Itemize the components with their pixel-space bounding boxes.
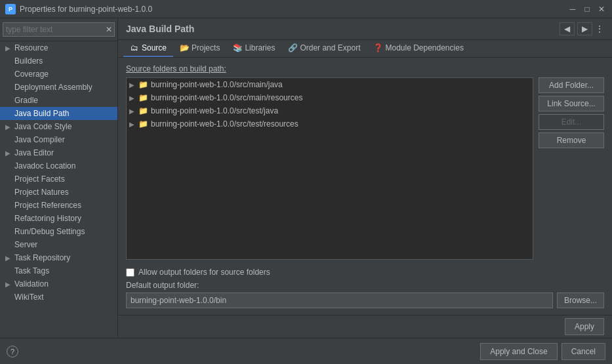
cancel-button[interactable]: Cancel [561, 343, 605, 360]
sidebar: ✕ ▶ Resource Builders Coverage Deploymen… [0, 18, 118, 338]
chevron-right-icon: ▶ [129, 94, 138, 102]
libraries-tab-icon: 📚 [233, 43, 242, 52]
content-area: Java Build Path ◀ ▶ ⋮ 🗂 Source 📂 Project… [118, 18, 612, 338]
sidebar-item-java-code-style[interactable]: ▶ Java Code Style [0, 120, 117, 133]
source-folder-row[interactable]: ▶ 📁 burning-point-web-1.0.0/src/main/res… [127, 91, 533, 104]
remove-button[interactable]: Remove [539, 132, 604, 148]
add-folder-button[interactable]: Add Folder... [539, 77, 604, 93]
sidebar-item-java-compiler[interactable]: Java Compiler [0, 133, 117, 146]
sidebar-item-task-tags[interactable]: Task Tags [0, 264, 117, 277]
tab-label: Libraries [245, 43, 275, 52]
sidebar-item-label: Server [14, 240, 115, 249]
sidebar-item-label: Validation [14, 279, 115, 289]
source-folder-row[interactable]: ▶ 📁 burning-point-web-1.0.0/src/test/res… [127, 117, 533, 131]
sidebar-item-label: Project Natures [14, 188, 115, 197]
tab-module-dependencies[interactable]: ❓ Module Dependencies [367, 40, 470, 57]
source-path-text: burning-point-web-1.0.0/src/test/java [151, 106, 278, 115]
edit-button[interactable]: Edit... [539, 114, 604, 130]
tab-label: Module Dependencies [385, 43, 463, 52]
folder-icon: 📁 [138, 93, 148, 102]
chevron-right-icon: ▶ [129, 81, 138, 89]
order-tab-icon: 🔗 [288, 43, 297, 52]
tab-projects[interactable]: 📂 Projects [173, 40, 226, 57]
sidebar-item-java-editor[interactable]: ▶ Java Editor [0, 146, 117, 159]
window-title: Properties for burning-point-web-1.0.0 [20, 5, 567, 14]
sidebar-item-gradle[interactable]: Gradle [0, 94, 117, 107]
sidebar-item-project-references[interactable]: Project References [0, 199, 117, 212]
bottom-right: Apply and Close Cancel [480, 343, 605, 360]
chevron-right-icon: ▶ [5, 254, 13, 262]
sidebar-item-label: Run/Debug Settings [14, 227, 115, 236]
link-source-button[interactable]: Link Source... [539, 96, 604, 111]
main-container: ✕ ▶ Resource Builders Coverage Deploymen… [0, 18, 612, 338]
forward-button[interactable]: ▶ [577, 22, 592, 35]
allow-output-checkbox[interactable] [126, 268, 134, 277]
sidebar-item-resource[interactable]: ▶ Resource [0, 41, 117, 54]
title-bar: P Properties for burning-point-web-1.0.0… [0, 0, 612, 18]
sidebar-item-label: WikiText [14, 293, 115, 302]
source-folder-row[interactable]: ▶ 📁 burning-point-web-1.0.0/src/main/jav… [127, 78, 533, 91]
sidebar-item-refactoring-history[interactable]: Refactoring History [0, 212, 117, 225]
tab-source[interactable]: 🗂 Source [123, 40, 173, 57]
help-button[interactable]: ? [7, 346, 18, 357]
tab-order-export[interactable]: 🔗 Order and Export [281, 40, 367, 57]
source-path-text: burning-point-web-1.0.0/src/test/resourc… [151, 119, 298, 129]
back-button[interactable]: ◀ [560, 22, 575, 35]
sidebar-item-java-build-path[interactable]: Java Build Path [0, 107, 117, 120]
sidebar-item-server[interactable]: Server [0, 238, 117, 251]
sidebar-item-label: Refactoring History [14, 214, 115, 223]
chevron-right-icon: ▶ [5, 150, 13, 157]
search-clear-button[interactable]: ✕ [106, 25, 112, 34]
more-options-button[interactable]: ⋮ [595, 22, 604, 35]
close-button[interactable]: ✕ [596, 4, 607, 14]
browse-button[interactable]: Browse... [557, 293, 604, 308]
bottom-bar: ? Apply and Close Cancel [0, 338, 612, 364]
tab-label: Projects [192, 43, 220, 52]
sidebar-item-project-natures[interactable]: Project Natures [0, 186, 117, 199]
source-folder-row[interactable]: ▶ 📁 burning-point-web-1.0.0/src/test/jav… [127, 104, 533, 117]
sidebar-item-javadoc-location[interactable]: Javadoc Location [0, 159, 117, 172]
search-input[interactable] [3, 22, 115, 37]
module-tab-icon: ❓ [373, 43, 382, 52]
source-panel: Source folders on build path: ▶ 📁 burnin… [118, 58, 612, 315]
apply-and-close-button[interactable]: Apply and Close [480, 343, 557, 360]
tab-label: Order and Export [300, 43, 360, 52]
chevron-right-icon: ▶ [5, 281, 13, 288]
sidebar-item-validation[interactable]: ▶ Validation [0, 277, 117, 291]
section-title: Source folders on build path: [126, 64, 604, 73]
content-title: Java Build Path [126, 24, 194, 34]
sidebar-item-label: Java Build Path [14, 109, 115, 118]
bottom-left: ? [7, 346, 18, 357]
sidebar-item-run-debug[interactable]: Run/Debug Settings [0, 225, 117, 238]
chevron-right-icon: ▶ [5, 123, 13, 131]
apply-button[interactable]: Apply [565, 318, 604, 335]
tab-libraries[interactable]: 📚 Libraries [226, 40, 281, 57]
sidebar-item-task-repository[interactable]: ▶ Task Repository [0, 251, 117, 264]
chevron-right-icon: ▶ [129, 108, 138, 115]
sidebar-item-label: Javadoc Location [14, 161, 115, 171]
output-folder-input[interactable] [126, 293, 553, 308]
sidebar-item-label: Task Repository [14, 253, 115, 262]
sidebar-item-label: Gradle [14, 96, 115, 105]
sidebar-item-builders[interactable]: Builders [0, 54, 117, 68]
sidebar-item-deployment-assembly[interactable]: Deployment Assembly [0, 81, 117, 94]
sidebar-item-coverage[interactable]: Coverage [0, 68, 117, 81]
sidebar-item-wikitext[interactable]: WikiText [0, 291, 117, 304]
tabs-bar: 🗂 Source 📂 Projects 📚 Libraries 🔗 Order … [118, 40, 612, 58]
source-folders-list[interactable]: ▶ 📁 burning-point-web-1.0.0/src/main/jav… [126, 77, 533, 260]
sidebar-item-label: Project References [14, 201, 115, 210]
maximize-button[interactable]: □ [582, 4, 592, 14]
source-path-text: burning-point-web-1.0.0/src/main/java [151, 80, 283, 89]
folder-icon: 📁 [138, 119, 148, 129]
output-row: Browse... [126, 293, 604, 308]
sidebar-item-project-facets[interactable]: Project Facets [0, 172, 117, 186]
minimize-button[interactable]: ─ [567, 4, 578, 14]
chevron-right-icon: ▶ [5, 45, 13, 52]
content-header: Java Build Path ◀ ▶ ⋮ [118, 18, 612, 40]
source-and-buttons: ▶ 📁 burning-point-web-1.0.0/src/main/jav… [126, 77, 604, 265]
sidebar-item-label: Resource [14, 43, 115, 52]
checkbox-label: Allow output folders for source folders [138, 268, 270, 277]
window-icon: P [5, 4, 16, 14]
apply-row: Apply [118, 315, 612, 338]
checkbox-row: Allow output folders for source folders [126, 268, 604, 277]
